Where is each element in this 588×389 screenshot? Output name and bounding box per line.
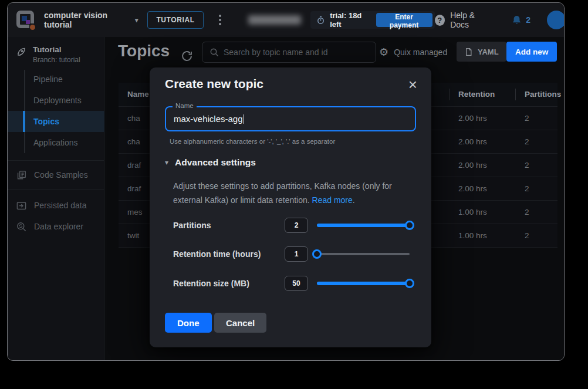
help-icon: ? (435, 15, 445, 26)
sidebar-item-applications[interactable]: Applications (8, 132, 104, 153)
cell-name: twit (127, 224, 139, 248)
partitions-slider[interactable] (317, 218, 410, 233)
chevron-down-icon: ▾ (135, 16, 138, 24)
notification-count-badge: 2 (526, 15, 530, 25)
description-text: Adjust these settings to add partitions,… (173, 181, 392, 205)
sidebar-item-deployments[interactable]: Deployments (8, 90, 104, 111)
project-header[interactable]: Tutorial Branch: tutorial (16, 45, 80, 64)
topic-search (202, 42, 376, 63)
document-icon (464, 48, 473, 56)
slider-handle[interactable] (405, 279, 414, 288)
close-icon[interactable]: × (406, 75, 420, 94)
done-button[interactable]: Done (165, 313, 212, 333)
column-header-partitions: Partitions (525, 83, 561, 106)
kebab-menu-icon[interactable] (217, 12, 224, 28)
partitions-label: Partitions (173, 218, 211, 233)
input-value: max-vehicles-agg (174, 114, 243, 124)
retention-time-slider[interactable] (317, 246, 410, 262)
redacted-text (248, 15, 301, 25)
sidebar-item-label: Persisted data (34, 201, 87, 210)
cell-partitions: 2 (525, 130, 529, 154)
topbar: computer vision tutorial ▾ TUTORIAL tria… (8, 3, 564, 37)
advanced-settings-toggle[interactable]: ▾ Advanced settings (165, 157, 256, 168)
cell-name: mes (127, 201, 143, 224)
search-icon (209, 48, 219, 57)
project-name: Tutorial (33, 45, 80, 54)
sidebar-divider (8, 160, 104, 161)
cell-partitions: 2 (525, 201, 529, 224)
yaml-button[interactable]: YAML (457, 42, 506, 62)
sidebar-divider (8, 190, 104, 190)
cell-retention: 2.00 hrs (458, 130, 487, 154)
chevron-down-icon: ▾ (165, 158, 168, 167)
sidebar-item-pipeline[interactable]: Pipeline (8, 69, 104, 90)
enter-payment-button[interactable]: Enter payment (376, 13, 432, 27)
bell-icon (511, 15, 522, 26)
slider-handle[interactable] (312, 249, 322, 259)
sidebar-item-label: Code Samples (34, 170, 88, 180)
yaml-button-label: YAML (478, 48, 499, 56)
read-more-link[interactable]: Read more (312, 195, 353, 205)
column-divider (450, 89, 450, 100)
trial-status-pill: trial: 18d left Enter payment (310, 11, 434, 29)
quix-managed-label: Quix managed (394, 48, 447, 57)
quix-logo-icon[interactable] (16, 10, 36, 30)
desktop-background: computer vision tutorial ▾ TUTORIAL tria… (0, 0, 588, 389)
cell-name: cha (127, 130, 140, 154)
tutorial-badge-button[interactable]: TUTORIAL (147, 11, 203, 29)
partitions-row: Partitions 2 (173, 218, 416, 233)
refresh-icon[interactable] (181, 50, 193, 62)
page-title: Topics (118, 42, 170, 60)
sidebar-item-code-samples[interactable]: Code Samples (8, 164, 104, 186)
slider-handle[interactable] (405, 221, 414, 230)
slider-track (317, 253, 410, 255)
cell-name: cha (127, 107, 140, 130)
workspace-selector[interactable]: computer vision tutorial ▾ (44, 11, 138, 29)
retention-time-value-input[interactable]: 1 (285, 246, 308, 262)
folder-arrow-icon (16, 200, 27, 211)
cell-partitions: 2 (525, 177, 529, 201)
documents-icon (16, 170, 27, 181)
trial-countdown-text: trial: 18d left (330, 11, 371, 29)
retention-size-slider[interactable] (317, 276, 410, 291)
cell-retention: 1.00 hrs (458, 201, 487, 224)
project-branch: Branch: tutorial (33, 56, 80, 64)
retention-time-row: Retention time (hours) 1 (173, 246, 416, 262)
search-input[interactable] (224, 48, 369, 57)
dialog-title: Create new topic (165, 77, 263, 91)
user-avatar[interactable] (547, 11, 565, 29)
column-header-name: Name (127, 83, 149, 106)
sidebar-item-persisted-data[interactable]: Persisted data (8, 194, 104, 217)
stopwatch-icon (316, 16, 325, 25)
logo-purple-square (26, 20, 30, 24)
slider-fill (317, 224, 410, 227)
topic-name-input[interactable]: Name max-vehicles-agg (165, 106, 416, 131)
add-new-button[interactable]: Add new (506, 42, 557, 62)
search-refresh-icon (16, 221, 27, 232)
text-cursor (244, 114, 245, 124)
retention-size-label: Retention size (MB) (173, 276, 249, 291)
sidebar-item-data-explorer[interactable]: Data explorer (8, 215, 104, 238)
advanced-settings-description: Adjust these settings to add partitions,… (173, 179, 411, 207)
rocket-icon (16, 46, 27, 64)
quix-managed-toggle[interactable]: ⚙ Quix managed (379, 47, 447, 57)
cell-retention: 2.00 hrs (458, 154, 487, 177)
retention-time-label: Retention time (hours) (173, 246, 261, 262)
sidebar-item-topics[interactable]: Topics (8, 111, 104, 132)
cell-retention: 1.00 hrs (458, 224, 487, 248)
retention-size-value-input[interactable]: 50 (285, 276, 308, 291)
gear-icon: ⚙ (379, 47, 388, 57)
cancel-button[interactable]: Cancel (214, 313, 266, 333)
create-topic-dialog: Create new topic × Name max-vehicles-agg… (150, 67, 431, 347)
sidebar-item-label: Data explorer (34, 222, 83, 231)
sidebar-item-label: Topics (33, 117, 59, 126)
description-suffix: . (353, 195, 355, 205)
cell-partitions: 2 (525, 224, 529, 248)
cell-partitions: 2 (525, 107, 529, 130)
help-and-docs[interactable]: ? Help & Docs (435, 11, 493, 29)
partitions-value-input[interactable]: 2 (285, 218, 308, 233)
advanced-settings-label: Advanced settings (175, 157, 256, 168)
column-header-retention: Retention (458, 83, 495, 106)
input-helper-text: Use alphanumeric characters or '-', '_',… (170, 138, 335, 145)
notifications[interactable]: 2 (511, 15, 530, 26)
